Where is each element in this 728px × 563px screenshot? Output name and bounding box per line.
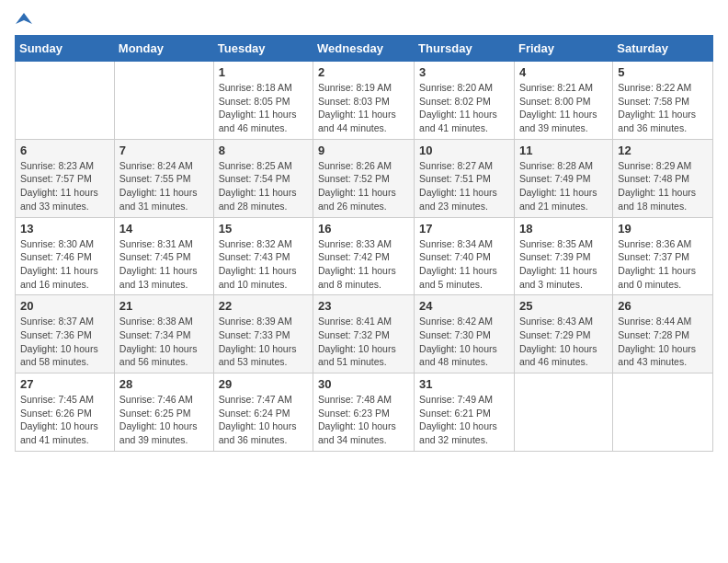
day-number: 18 xyxy=(519,222,608,236)
day-info: Sunrise: 8:33 AM Sunset: 7:42 PM Dayligh… xyxy=(318,237,409,292)
weekday-header-wednesday: Wednesday xyxy=(313,36,415,62)
day-info: Sunrise: 8:39 AM Sunset: 7:33 PM Dayligh… xyxy=(219,315,308,369)
calendar-week-row: 27Sunrise: 7:45 AM Sunset: 6:26 PM Dayli… xyxy=(16,373,713,452)
calendar-cell: 4Sunrise: 8:21 AM Sunset: 8:00 PM Daylig… xyxy=(514,62,612,140)
calendar-cell: 26Sunrise: 8:44 AM Sunset: 7:28 PM Dayli… xyxy=(613,295,713,373)
weekday-header-friday: Friday xyxy=(514,36,612,62)
day-number: 26 xyxy=(618,299,708,313)
day-number: 16 xyxy=(318,222,409,236)
day-number: 27 xyxy=(20,377,109,391)
day-info: Sunrise: 8:20 AM Sunset: 8:02 PM Dayligh… xyxy=(419,81,509,135)
day-info: Sunrise: 8:38 AM Sunset: 7:34 PM Dayligh… xyxy=(119,315,209,369)
day-number: 5 xyxy=(618,65,708,79)
calendar-week-row: 1Sunrise: 8:18 AM Sunset: 8:05 PM Daylig… xyxy=(16,62,713,140)
calendar-cell: 31Sunrise: 7:49 AM Sunset: 6:21 PM Dayli… xyxy=(415,373,515,452)
weekday-header-sunday: Sunday xyxy=(16,36,115,62)
day-info: Sunrise: 8:32 AM Sunset: 7:43 PM Dayligh… xyxy=(219,237,308,292)
calendar-cell: 20Sunrise: 8:37 AM Sunset: 7:36 PM Dayli… xyxy=(16,295,115,373)
day-info: Sunrise: 8:21 AM Sunset: 8:00 PM Dayligh… xyxy=(519,81,608,135)
calendar-cell xyxy=(613,373,713,452)
day-info: Sunrise: 7:47 AM Sunset: 6:24 PM Dayligh… xyxy=(219,393,308,447)
calendar-cell: 16Sunrise: 8:33 AM Sunset: 7:42 PM Dayli… xyxy=(313,217,415,295)
calendar-cell: 5Sunrise: 8:22 AM Sunset: 7:58 PM Daylig… xyxy=(613,62,713,140)
logo-bird-icon xyxy=(16,11,32,28)
day-number: 29 xyxy=(219,377,308,391)
calendar-cell: 1Sunrise: 8:18 AM Sunset: 8:05 PM Daylig… xyxy=(213,62,313,140)
weekday-header-row: SundayMondayTuesdayWednesdayThursdayFrid… xyxy=(16,36,713,62)
day-number: 11 xyxy=(519,144,608,157)
day-info: Sunrise: 8:18 AM Sunset: 8:05 PM Dayligh… xyxy=(219,81,308,135)
day-number: 9 xyxy=(318,144,409,157)
day-info: Sunrise: 7:49 AM Sunset: 6:21 PM Dayligh… xyxy=(419,393,509,447)
logo xyxy=(15,15,32,28)
day-info: Sunrise: 7:48 AM Sunset: 6:23 PM Dayligh… xyxy=(318,393,409,447)
calendar-cell: 19Sunrise: 8:36 AM Sunset: 7:37 PM Dayli… xyxy=(613,217,713,295)
calendar-cell: 15Sunrise: 8:32 AM Sunset: 7:43 PM Dayli… xyxy=(213,217,313,295)
day-info: Sunrise: 8:19 AM Sunset: 8:03 PM Dayligh… xyxy=(318,81,409,135)
calendar-cell: 29Sunrise: 7:47 AM Sunset: 6:24 PM Dayli… xyxy=(213,373,313,452)
day-number: 28 xyxy=(119,377,209,391)
day-number: 17 xyxy=(419,222,509,236)
calendar-table: SundayMondayTuesdayWednesdayThursdayFrid… xyxy=(15,35,713,452)
day-info: Sunrise: 8:37 AM Sunset: 7:36 PM Dayligh… xyxy=(20,315,109,369)
day-info: Sunrise: 8:35 AM Sunset: 7:39 PM Dayligh… xyxy=(519,237,608,292)
day-info: Sunrise: 8:31 AM Sunset: 7:45 PM Dayligh… xyxy=(119,237,209,292)
calendar-cell: 21Sunrise: 8:38 AM Sunset: 7:34 PM Dayli… xyxy=(114,295,213,373)
day-number: 30 xyxy=(318,377,409,391)
day-number: 2 xyxy=(318,65,409,79)
day-number: 10 xyxy=(419,144,509,157)
day-number: 20 xyxy=(20,299,109,313)
svg-marker-0 xyxy=(16,13,32,24)
calendar-cell: 3Sunrise: 8:20 AM Sunset: 8:02 PM Daylig… xyxy=(415,62,515,140)
day-info: Sunrise: 8:44 AM Sunset: 7:28 PM Dayligh… xyxy=(618,315,708,369)
day-number: 4 xyxy=(519,65,608,79)
day-number: 22 xyxy=(219,299,308,313)
day-info: Sunrise: 8:25 AM Sunset: 7:54 PM Dayligh… xyxy=(219,159,308,213)
calendar-week-row: 6Sunrise: 8:23 AM Sunset: 7:57 PM Daylig… xyxy=(16,139,713,217)
calendar-cell: 11Sunrise: 8:28 AM Sunset: 7:49 PM Dayli… xyxy=(514,139,612,217)
day-number: 14 xyxy=(119,222,209,236)
calendar-cell: 23Sunrise: 8:41 AM Sunset: 7:32 PM Dayli… xyxy=(313,295,415,373)
day-number: 1 xyxy=(219,65,308,79)
day-info: Sunrise: 7:46 AM Sunset: 6:25 PM Dayligh… xyxy=(119,393,209,447)
day-info: Sunrise: 8:34 AM Sunset: 7:40 PM Dayligh… xyxy=(419,237,509,292)
day-info: Sunrise: 8:42 AM Sunset: 7:30 PM Dayligh… xyxy=(419,315,509,369)
day-info: Sunrise: 8:36 AM Sunset: 7:37 PM Dayligh… xyxy=(618,237,708,292)
day-number: 24 xyxy=(419,299,509,313)
weekday-header-thursday: Thursday xyxy=(415,36,515,62)
day-info: Sunrise: 8:22 AM Sunset: 7:58 PM Dayligh… xyxy=(618,81,708,135)
calendar-cell: 30Sunrise: 7:48 AM Sunset: 6:23 PM Dayli… xyxy=(313,373,415,452)
calendar-cell xyxy=(16,62,115,140)
calendar-cell: 2Sunrise: 8:19 AM Sunset: 8:03 PM Daylig… xyxy=(313,62,415,140)
calendar-cell: 10Sunrise: 8:27 AM Sunset: 7:51 PM Dayli… xyxy=(415,139,515,217)
day-number: 15 xyxy=(219,222,308,236)
calendar-cell: 8Sunrise: 8:25 AM Sunset: 7:54 PM Daylig… xyxy=(213,139,313,217)
day-number: 7 xyxy=(119,144,209,157)
day-number: 8 xyxy=(219,144,308,157)
day-info: Sunrise: 7:45 AM Sunset: 6:26 PM Dayligh… xyxy=(20,393,109,447)
day-info: Sunrise: 8:27 AM Sunset: 7:51 PM Dayligh… xyxy=(419,159,509,213)
calendar-cell: 24Sunrise: 8:42 AM Sunset: 7:30 PM Dayli… xyxy=(415,295,515,373)
weekday-header-tuesday: Tuesday xyxy=(213,36,313,62)
calendar-cell: 12Sunrise: 8:29 AM Sunset: 7:48 PM Dayli… xyxy=(613,139,713,217)
day-number: 23 xyxy=(318,299,409,313)
calendar-week-row: 20Sunrise: 8:37 AM Sunset: 7:36 PM Dayli… xyxy=(16,295,713,373)
calendar-cell: 9Sunrise: 8:26 AM Sunset: 7:52 PM Daylig… xyxy=(313,139,415,217)
calendar-cell xyxy=(514,373,612,452)
calendar-cell: 27Sunrise: 7:45 AM Sunset: 6:26 PM Dayli… xyxy=(16,373,115,452)
day-info: Sunrise: 8:30 AM Sunset: 7:46 PM Dayligh… xyxy=(20,237,109,292)
day-info: Sunrise: 8:23 AM Sunset: 7:57 PM Dayligh… xyxy=(20,159,109,213)
calendar-cell: 14Sunrise: 8:31 AM Sunset: 7:45 PM Dayli… xyxy=(114,217,213,295)
calendar-cell: 17Sunrise: 8:34 AM Sunset: 7:40 PM Dayli… xyxy=(415,217,515,295)
day-info: Sunrise: 8:43 AM Sunset: 7:29 PM Dayligh… xyxy=(519,315,608,369)
day-info: Sunrise: 8:26 AM Sunset: 7:52 PM Dayligh… xyxy=(318,159,409,213)
calendar-cell: 28Sunrise: 7:46 AM Sunset: 6:25 PM Dayli… xyxy=(114,373,213,452)
calendar-cell: 13Sunrise: 8:30 AM Sunset: 7:46 PM Dayli… xyxy=(16,217,115,295)
day-info: Sunrise: 8:41 AM Sunset: 7:32 PM Dayligh… xyxy=(318,315,409,369)
calendar-cell: 7Sunrise: 8:24 AM Sunset: 7:55 PM Daylig… xyxy=(114,139,213,217)
day-number: 12 xyxy=(618,144,708,157)
day-number: 3 xyxy=(419,65,509,79)
day-number: 19 xyxy=(618,222,708,236)
day-info: Sunrise: 8:28 AM Sunset: 7:49 PM Dayligh… xyxy=(519,159,608,213)
day-info: Sunrise: 8:24 AM Sunset: 7:55 PM Dayligh… xyxy=(119,159,209,213)
